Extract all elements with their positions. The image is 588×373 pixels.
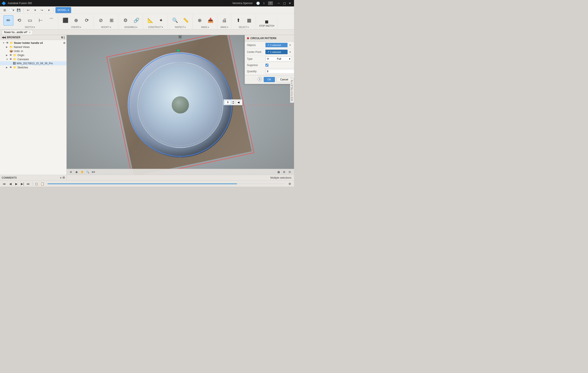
timeline-play-btn[interactable]: ▶ (14, 181, 19, 186)
tree-item-sketches[interactable]: ▶ 👁 📁 Sketches (0, 65, 66, 69)
minimize-button[interactable]: ─ (276, 1, 281, 5)
insert-label[interactable]: MAKE ▾ (201, 26, 209, 28)
quantity-popup[interactable]: 8 ▲ ▼ ◀ (223, 99, 242, 105)
select-btn-1[interactable]: ⬆ (233, 15, 243, 26)
inspect-label[interactable]: INSPECT ▾ (175, 26, 186, 28)
vp-look-btn[interactable]: ◉ (74, 170, 79, 174)
tree-item-units[interactable]: 📦 Units: in (0, 49, 66, 53)
create-btn-3[interactable]: ⟳ (82, 15, 92, 26)
vp-grid-btn[interactable]: ⊞ (282, 170, 287, 174)
make-btn-1[interactable]: 🖨 (220, 15, 229, 26)
redo-dropdown[interactable]: ▾ (46, 7, 52, 13)
assemble-btn-1[interactable]: ⚙ (121, 15, 130, 26)
quantity-down-btn[interactable]: ▼ (231, 102, 235, 105)
center-point-selection-btn[interactable]: ↗ 1 selected (265, 50, 288, 54)
comments-add-btn[interactable]: + (60, 176, 62, 180)
quantity-confirm-btn[interactable]: ◀ (235, 100, 241, 105)
document-tab[interactable]: flower ho...andle v4* ✕ (2, 30, 33, 35)
vp-orbit-btn[interactable]: ⊕ (68, 170, 74, 174)
create-btn-2[interactable]: ⊕ (71, 15, 81, 26)
vp-fit-btn[interactable]: ⊕▾ (91, 170, 96, 174)
apps-grid-button[interactable]: ⊞ (2, 7, 8, 13)
objects-clear-btn[interactable]: ✕ (288, 43, 292, 47)
assemble-btn-2[interactable]: 🔗 (131, 15, 141, 26)
model-workspace-button[interactable]: MODEL ▾ (55, 7, 71, 13)
construct-btn-1[interactable]: 📐 (145, 15, 155, 26)
comments-collapse-btn[interactable]: ⊟ (63, 176, 65, 180)
tree-item-canvases[interactable]: ▼ 👁 📁 Canvases (0, 57, 66, 61)
assemble-label[interactable]: ASSEMBLE ▾ (125, 26, 137, 28)
construct-btn-2[interactable]: ✦ (156, 15, 166, 26)
keyframe-btn[interactable]: ▢ (34, 181, 39, 186)
rect-icon: ▭ (28, 18, 32, 23)
browser-collapse-icon[interactable]: ◀◀ (2, 36, 6, 39)
timeline-next-btn[interactable]: ▶| (20, 181, 25, 186)
create-label[interactable]: CREATE ▾ (71, 26, 81, 28)
titlebar-right: Veronica Spencer 🕐 1 ? ─ ▢ ✕ (232, 1, 292, 5)
window-select-icon: ▦ (247, 18, 252, 23)
vp-view-btn[interactable]: ⊟ (287, 170, 292, 174)
sketch-palette-tab[interactable]: SKETCH PALETTE (290, 78, 294, 103)
quantity-input[interactable]: 8 (225, 100, 231, 105)
modify-btn-2[interactable]: ⊞ (107, 15, 116, 26)
make-label[interactable]: MAKE ▾ (220, 26, 228, 28)
origin-arrow: ▶ (6, 54, 9, 56)
tree-item-origin[interactable]: ▶ 👁 📁 Origin (0, 53, 66, 57)
ok-button[interactable]: OK (264, 77, 275, 82)
select-btn-2[interactable]: ▦ (244, 15, 254, 26)
cancel-button[interactable]: Cancel (277, 77, 292, 82)
tree-item-win-file[interactable]: 🖼 WIN_20170813_15_09_39_Pro (0, 61, 66, 65)
rect-button[interactable]: ▭ (25, 15, 35, 26)
viewport[interactable]: ✓ ✓ ✓ ✓ ✓ ✓ ✓ ✓ ⊕ TOP X Y Z (67, 35, 294, 175)
construct-label[interactable]: CONSTRUCT ▾ (148, 26, 163, 28)
bottom-area: COMMENTS + ⊟ Multiple selections ⏮ ◀ ▶ ▶… (0, 175, 294, 187)
inspect-btn-2[interactable]: 📏 (181, 15, 191, 26)
browser-options-icon[interactable]: ⊟ (61, 36, 63, 39)
tree-item-named-views[interactable]: ▶ 📁 Named Views (0, 45, 66, 49)
sketch-button[interactable]: ✏ (3, 15, 13, 26)
stop-sketch-label: STOP SKETCH (259, 25, 274, 27)
settings-btn[interactable]: ⚙ (287, 181, 292, 186)
maximize-button[interactable]: ▢ (282, 1, 287, 5)
info-button[interactable]: ℹ (258, 77, 262, 81)
select-label[interactable]: SELECT ▾ (239, 26, 249, 28)
modify-label[interactable]: MODIFY ▾ (101, 26, 111, 28)
title-bar: 🔷 Autodesk Fusion 360 Veronica Spencer 🕐… (0, 0, 294, 6)
undo-button[interactable]: ↩ (25, 7, 31, 13)
timeline-track[interactable] (48, 183, 284, 184)
insert-btn-2[interactable]: 📥 (205, 15, 215, 26)
timeline-prev-btn[interactable]: ◀ (8, 181, 13, 186)
quantity-up-btn[interactable]: ▲ (231, 100, 235, 102)
root-settings-icon[interactable]: ⚙ (63, 42, 65, 44)
file-menu-button[interactable]: 📄▾ (9, 7, 15, 13)
stop-sketch-button[interactable]: ⏹ STOP SKETCH (258, 18, 275, 28)
redo-button[interactable]: ↪ (39, 7, 45, 13)
suppress-checkbox[interactable] (265, 64, 268, 67)
timeline-first-btn[interactable]: ⏮ (2, 181, 7, 186)
ribbon-group-sketch: ✏ ⟲ ▭ ⊢ ⌒ SKETCH ▾ (2, 14, 58, 29)
quantity-panel-input[interactable]: 8 (265, 69, 294, 74)
vp-pan-btn[interactable]: ✋ (80, 170, 85, 174)
inspect-btn-1[interactable]: 🔍 (170, 15, 180, 26)
center-point-clear-btn[interactable]: ✕ (288, 50, 292, 54)
create-btn-1[interactable]: ⬛ (60, 15, 70, 26)
sketch-label[interactable]: SKETCH ▾ (25, 26, 35, 28)
tab-close-button[interactable]: ✕ (29, 31, 31, 33)
finish-sketch-button[interactable]: ⟲ (14, 15, 24, 26)
constraint-button[interactable]: ⊢ (36, 15, 46, 26)
save-button[interactable]: 💾 (15, 7, 21, 13)
objects-selection-btn[interactable]: ↗ 2 selected (265, 43, 288, 47)
axis-handle-top[interactable]: ⊕ (178, 35, 182, 38)
type-select[interactable]: ⟳ Full ▾ (265, 56, 292, 61)
close-button[interactable]: ✕ (288, 1, 292, 5)
undo-dropdown[interactable]: ▾ (32, 7, 38, 13)
help-btn[interactable]: ? (268, 1, 273, 5)
vp-display-btn[interactable]: ▦ (276, 170, 281, 174)
arc-button[interactable]: ⌒ (46, 15, 56, 26)
timeline-options-btn[interactable]: 📋 (40, 181, 45, 186)
timeline-last-btn[interactable]: ⏭ (26, 181, 31, 186)
tree-item-root[interactable]: ▼ 👁 📁 flower holder handle v4 ⚙ (0, 41, 66, 45)
vp-zoom-btn[interactable]: 🔍 (85, 170, 90, 174)
insert-btn-1[interactable]: ⊕ (195, 15, 205, 26)
modify-btn-1[interactable]: ⊘ (96, 15, 106, 26)
